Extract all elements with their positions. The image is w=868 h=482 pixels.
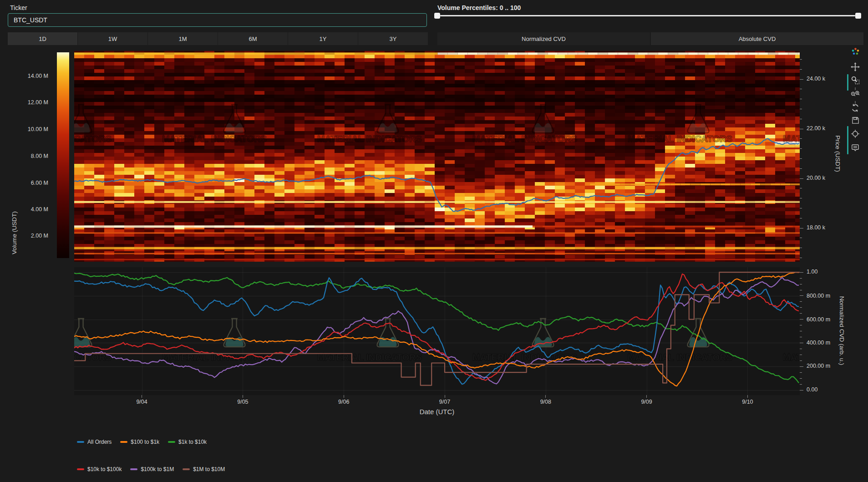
- legend-item--1m-to-10m[interactable]: $1M to $10M: [183, 466, 225, 472]
- price-tick-label: 18.00 k: [807, 224, 825, 231]
- price-axis-title: Price (USDT): [834, 108, 841, 199]
- tick-mark: [800, 109, 802, 109]
- cvd-tick-label: 400.00 m: [807, 340, 830, 346]
- legend-row-2: $10k to $100k$100k to $1M$1M to $10M: [77, 466, 225, 472]
- tick-mark: [800, 355, 802, 355]
- tick-mark: [800, 59, 802, 60]
- legend-label: $1M to $10M: [193, 466, 225, 472]
- tick-mark: [800, 238, 802, 238]
- price-tick-label: 20.00 k: [807, 175, 825, 181]
- legend-item--100-to-1k[interactable]: $100 to $1k: [120, 439, 159, 445]
- modebar-separator: [855, 101, 856, 104]
- tick-mark: [800, 301, 802, 302]
- tick-mark: [800, 188, 802, 188]
- modebar-active-indicator: [847, 74, 848, 91]
- legend-item--10k-to-100k[interactable]: $10k to $100k: [77, 466, 122, 472]
- tick-mark: [800, 138, 802, 139]
- tick-mark: [800, 378, 802, 379]
- tick-mark: [800, 248, 802, 248]
- tick-mark: [243, 395, 243, 398]
- tick-mark: [800, 384, 802, 385]
- tick-mark: [344, 395, 344, 398]
- firecharts-dashboard: Ticker Volume Percentiles: 0 .. 100 1D1W…: [0, 0, 868, 482]
- cvd-tab-group: Normalized CVDAbsolute CVD: [0, 32, 868, 45]
- toggle-spikelines-icon[interactable]: [850, 129, 860, 139]
- cvd-tick-label: 600.00 m: [807, 316, 830, 323]
- tick-mark: [800, 119, 802, 119]
- volume-tick-label: 6.00 M: [7, 180, 48, 186]
- tick-mark: [800, 343, 803, 343]
- legend-item-all-orders[interactable]: All Orders: [77, 439, 112, 445]
- tick-mark: [800, 272, 803, 273]
- price-tick-label: 22.00 k: [807, 125, 825, 132]
- reset-axes-icon[interactable]: [850, 103, 860, 113]
- legend-swatch: [120, 441, 127, 443]
- legend-swatch: [168, 441, 175, 443]
- volume-tick-label: 10.00 M: [7, 126, 48, 132]
- volume-percentiles-slider-handle-high[interactable]: [855, 13, 861, 19]
- tick-mark: [800, 284, 802, 284]
- liquidity-heatmap-plot[interactable]: [74, 51, 800, 262]
- zoom-in-out-icon[interactable]: [850, 89, 860, 99]
- tick-mark: [800, 313, 802, 314]
- tick-mark: [800, 178, 803, 179]
- cvd-tick-label: 1.00: [807, 269, 817, 275]
- legend-swatch: [77, 441, 84, 443]
- tick-mark: [800, 390, 803, 391]
- tick-mark: [800, 325, 802, 325]
- legend-label: All Orders: [87, 439, 112, 445]
- save-image-icon[interactable]: [850, 115, 860, 125]
- cvd-axis-title: Normalized CVD (arb. u.): [838, 285, 845, 376]
- tab-normalized-cvd[interactable]: Normalized CVD: [437, 32, 650, 45]
- date-tick-label: 9/04: [128, 399, 156, 405]
- tick-mark: [800, 158, 802, 159]
- legend-item--100k-to-1m[interactable]: $100k to $1M: [130, 466, 174, 472]
- tick-mark: [800, 69, 802, 70]
- tick-mark: [800, 168, 802, 169]
- tick-mark: [800, 198, 802, 198]
- tick-mark: [800, 290, 802, 290]
- volume-tick-label: 14.00 M: [7, 73, 48, 79]
- zoom-icon[interactable]: [850, 75, 860, 85]
- volume-percentiles-slider-handle-low[interactable]: [434, 13, 440, 19]
- legend-swatch: [77, 468, 84, 470]
- legend-label: $100 to $1k: [131, 439, 159, 445]
- date-tick-label: 9/06: [330, 399, 357, 405]
- tab-absolute-cvd[interactable]: Absolute CVD: [651, 32, 863, 45]
- tick-mark: [800, 258, 802, 258]
- modebar-active-indicator: [847, 126, 848, 154]
- tick-mark: [800, 278, 802, 279]
- tick-mark: [800, 307, 802, 308]
- tick-mark: [445, 395, 445, 398]
- ticker-input[interactable]: [8, 13, 427, 27]
- tick-mark: [800, 148, 802, 149]
- tick-mark: [800, 129, 803, 129]
- date-tick-label: 9/09: [633, 399, 660, 405]
- price-tick-label: 24.00 k: [807, 76, 825, 82]
- volume-axis-title: Volume (USDT): [11, 188, 18, 279]
- date-tick-label: 9/07: [431, 399, 458, 405]
- tick-mark: [800, 218, 802, 218]
- date-tick-label: 9/10: [734, 399, 761, 405]
- legend-label: $10k to $100k: [87, 466, 122, 472]
- tick-mark: [800, 372, 802, 373]
- volume-tick-label: 12.00 M: [7, 99, 48, 106]
- date-axis-title: Date (UTC): [391, 408, 482, 416]
- tick-mark: [800, 99, 802, 99]
- legend-row-1: All Orders$100 to $1k$1k to $10k: [77, 439, 207, 445]
- plotly-logo-icon[interactable]: [850, 46, 860, 56]
- tick-mark: [800, 89, 802, 89]
- legend-label: $1k to $10k: [178, 439, 207, 445]
- volume-percentiles-slider-track[interactable]: [437, 15, 858, 16]
- hover-tooltip-icon[interactable]: [850, 143, 860, 153]
- legend-label: $100k to $1M: [141, 466, 174, 472]
- date-tick-label: 9/08: [532, 399, 559, 405]
- pan-icon[interactable]: [850, 62, 860, 72]
- tick-mark: [800, 349, 802, 349]
- cvd-tick-label: 200.00 m: [807, 363, 830, 369]
- normalized-cvd-plot[interactable]: [74, 267, 800, 395]
- tick-mark: [545, 395, 546, 398]
- modebar-separator: [855, 87, 856, 90]
- tick-mark: [800, 366, 803, 367]
- legend-item--1k-to-10k[interactable]: $1k to $10k: [168, 439, 207, 445]
